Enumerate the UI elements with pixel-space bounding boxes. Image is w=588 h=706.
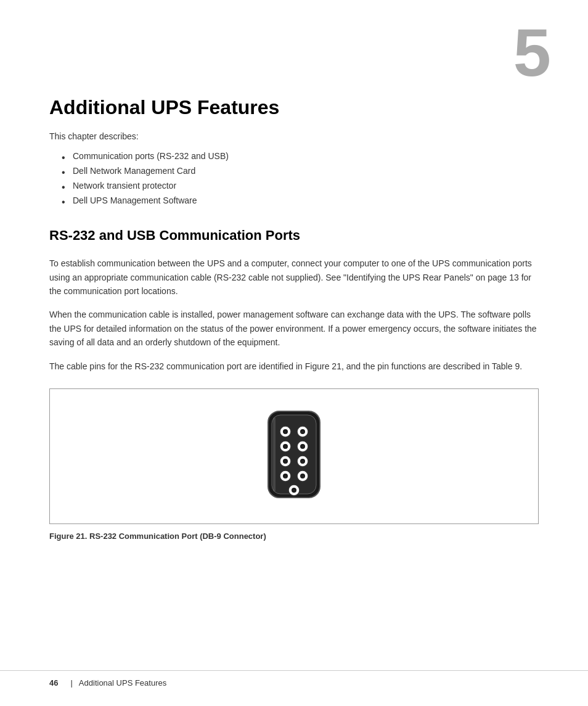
list-item: Dell Network Management Card	[62, 164, 539, 179]
chapter-bullet-list: Communication ports (RS-232 and USB) Del…	[49, 149, 539, 208]
svg-text:3: 3	[284, 459, 287, 465]
connector-illustration: 1 6 2 7 3	[263, 408, 325, 504]
svg-text:4: 4	[284, 474, 287, 480]
db9-connector-svg: 1 6 2 7 3	[263, 408, 325, 504]
footer-separator: |	[70, 678, 72, 688]
body-paragraph-1: To establish communication between the U…	[49, 257, 539, 298]
section1-heading: RS-232 and USB Communication Ports	[49, 227, 539, 245]
list-item: Communication ports (RS-232 and USB)	[62, 149, 539, 164]
page-container: 5 Additional UPS Features This chapter d…	[0, 0, 588, 706]
chapter-title: Additional UPS Features	[49, 96, 539, 119]
figure-box: 1 6 2 7 3	[49, 388, 539, 524]
svg-text:8: 8	[301, 459, 304, 465]
svg-rect-1	[272, 415, 316, 494]
svg-text:2: 2	[284, 445, 287, 450]
chapter-number: 5	[513, 18, 551, 86]
svg-text:6: 6	[301, 430, 304, 435]
svg-text:5: 5	[293, 488, 296, 494]
body-paragraph-2: When the communication cable is installe…	[49, 308, 539, 349]
content-area: Additional UPS Features This chapter des…	[0, 0, 588, 590]
footer: 46 | Additional UPS Features	[0, 670, 588, 688]
chapter-intro: This chapter describes:	[49, 130, 539, 143]
list-item: Dell UPS Management Software	[62, 194, 539, 208]
list-item: Network transient protector	[62, 179, 539, 194]
footer-text: Additional UPS Features	[79, 678, 166, 688]
figure-caption: Figure 21. RS-232 Communication Port (DB…	[49, 532, 539, 541]
footer-page-number: 46	[49, 678, 58, 688]
svg-text:7: 7	[301, 445, 304, 450]
svg-text:1: 1	[284, 430, 287, 435]
body-paragraph-3: The cable pins for the RS-232 communicat…	[49, 359, 539, 373]
svg-rect-2	[273, 417, 276, 491]
svg-text:9: 9	[301, 474, 304, 480]
